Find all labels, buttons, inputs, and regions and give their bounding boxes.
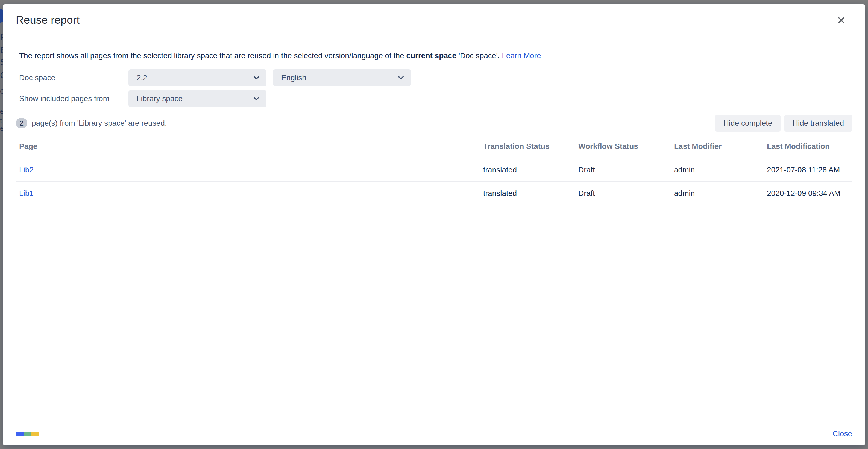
page-count-badge: 2 — [16, 118, 27, 128]
description-bold: current space — [406, 51, 457, 60]
underlying-text-fragment: o — [0, 87, 3, 95]
version-select-value: 2.2 — [137, 73, 147, 82]
loader-square-yellow — [31, 431, 39, 436]
last-modifier-cell: admin — [671, 158, 764, 182]
reuse-report-table: Page Translation Status Workflow Status … — [16, 137, 852, 205]
workflow-status-cell: Draft — [576, 182, 671, 205]
loader-square-green — [24, 431, 31, 436]
col-header-last-modification: Last Modification — [764, 137, 852, 158]
language-select[interactable]: English — [273, 69, 411, 86]
close-button[interactable]: Close — [833, 429, 852, 438]
description-text: 'Doc space'. — [457, 51, 502, 60]
hide-translated-button[interactable]: Hide translated — [784, 115, 852, 132]
report-controls: Doc space 2.2 English Show included page… — [16, 69, 852, 107]
underlying-text-fragment: ed — [0, 125, 3, 132]
doc-space-row: Doc space 2.2 English — [16, 69, 852, 86]
table-row: Lib2 translated Draft admin 2021-07-08 1… — [16, 158, 852, 182]
underlying-text-fragment: S — [0, 57, 3, 67]
doc-space-label: Doc space — [16, 73, 128, 82]
included-pages-select-value: Library space — [137, 94, 183, 103]
last-modifier-cell: admin — [671, 182, 764, 205]
loader-square-blue — [16, 431, 24, 436]
reuse-report-dialog: Reuse report × The report shows all page… — [3, 4, 865, 445]
filter-buttons: Hide complete Hide translated — [715, 115, 852, 132]
col-header-page: Page — [16, 137, 480, 158]
dialog-body: The report shows all pages from the sele… — [3, 36, 865, 445]
last-modification-cell: 2021-07-08 11:28 AM — [764, 158, 852, 182]
underlying-text-fragment: e — [0, 107, 3, 115]
page-link[interactable]: Lib2 — [19, 165, 34, 174]
chevron-down-icon — [397, 74, 405, 82]
col-header-last-modifier: Last Modifier — [671, 137, 764, 158]
version-select[interactable]: 2.2 — [128, 69, 267, 86]
chevron-down-icon — [252, 95, 260, 103]
dialog-header: Reuse report × — [3, 4, 865, 36]
col-header-translation-status: Translation Status — [480, 137, 576, 158]
dialog-footer: Close — [16, 429, 852, 438]
table-header-row: Page Translation Status Workflow Status … — [16, 137, 852, 158]
underlying-text-fragment: t — [0, 117, 2, 125]
close-icon[interactable]: × — [831, 10, 851, 30]
underlying-page-edge: P B S C o e t ed — [0, 0, 3, 449]
page-link[interactable]: Lib1 — [19, 189, 34, 197]
underlying-text-fragment: P — [0, 32, 3, 41]
report-description: The report shows all pages from the sele… — [19, 50, 852, 61]
hide-complete-button[interactable]: Hide complete — [715, 115, 780, 132]
chevron-down-icon — [252, 74, 260, 82]
description-text: The report shows all pages from the sele… — [19, 51, 406, 60]
translation-status-cell: translated — [480, 158, 576, 182]
translation-status-cell: translated — [480, 182, 576, 205]
language-select-value: English — [281, 73, 306, 82]
underlying-logo-fragment — [0, 9, 3, 23]
learn-more-link[interactable]: Learn More — [502, 51, 541, 60]
dialog-title: Reuse report — [16, 14, 80, 26]
included-pages-label: Show included pages from — [16, 94, 128, 103]
underlying-text-fragment: B — [0, 45, 3, 55]
loading-indicator — [16, 431, 39, 436]
underlying-text-fragment: C — [0, 70, 3, 80]
included-pages-select[interactable]: Library space — [128, 90, 267, 107]
workflow-status-cell: Draft — [576, 158, 671, 182]
included-pages-row: Show included pages from Library space — [16, 90, 852, 107]
summary: 2 page(s) from 'Library space' are reuse… — [16, 118, 167, 128]
table-row: Lib1 translated Draft admin 2020-12-09 0… — [16, 182, 852, 205]
summary-text: page(s) from 'Library space' are reused. — [32, 119, 167, 128]
col-header-workflow-status: Workflow Status — [576, 137, 671, 158]
summary-row: 2 page(s) from 'Library space' are reuse… — [16, 115, 852, 132]
last-modification-cell: 2020-12-09 09:34 AM — [764, 182, 852, 205]
